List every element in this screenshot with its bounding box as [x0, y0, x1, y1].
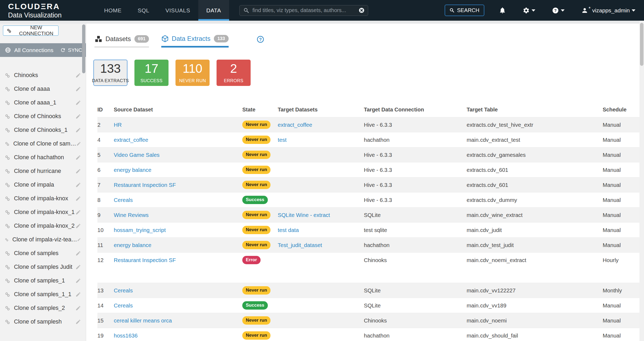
extract-row: 14 Cereals Success SQLite main.cdv_vv189…	[97, 298, 639, 313]
connection-item[interactable]: Clone of impala	[0, 178, 86, 192]
target-dataset-link[interactable]: test data	[278, 227, 299, 233]
source-dataset-link[interactable]: Cereals	[114, 302, 133, 309]
edit-pencil-icon[interactable]	[75, 223, 81, 229]
all-connections-header[interactable]: All Connections SYNC	[0, 43, 86, 57]
source-dataset-link[interactable]: Restaurant Inspection SF	[114, 182, 176, 188]
tab-datasets-label: Datasets	[105, 35, 131, 43]
user-menu[interactable]: * vizapps_admin	[581, 7, 636, 14]
edit-pencil-icon[interactable]	[77, 237, 81, 242]
source-dataset-link[interactable]: hoss1636	[114, 332, 138, 339]
connection-item[interactable]: Clone of samples_1	[0, 274, 86, 288]
help-menu[interactable]	[552, 7, 565, 14]
settings-gear-menu[interactable]	[523, 7, 535, 14]
connection-item[interactable]: Clone of impala-knox_1	[0, 205, 86, 219]
state-badge: Never run	[242, 286, 270, 294]
edit-pencil-icon[interactable]	[75, 264, 81, 270]
connection-item[interactable]: Clone of impala-knox	[0, 192, 86, 205]
source-dataset-link[interactable]: energy balance	[114, 242, 151, 248]
source-dataset-link[interactable]: Wine Reviews	[114, 212, 149, 218]
column-header: Source Dataset	[114, 107, 242, 113]
clear-search-icon[interactable]	[358, 7, 365, 13]
notifications-bell-icon[interactable]	[499, 7, 506, 14]
connection-item[interactable]: Clone of samplesh	[0, 315, 86, 329]
edit-pencil-icon[interactable]	[75, 292, 81, 297]
source-dataset-link[interactable]: energy balance	[114, 167, 151, 173]
source-dataset-link[interactable]: extract_coffee	[114, 137, 148, 143]
schedule: Manual	[603, 317, 639, 324]
link-icon	[5, 237, 9, 242]
new-connection-button[interactable]: NEW CONNECTION	[3, 26, 58, 36]
source-dataset-link[interactable]: Cereals	[114, 197, 133, 203]
page-scrollbar[interactable]	[640, 23, 643, 66]
edit-pencil-icon[interactable]	[75, 182, 81, 188]
nav-item-visuals[interactable]: VISUALS	[158, 0, 198, 21]
edit-pencil-icon[interactable]	[75, 86, 81, 92]
sync-button[interactable]: SYNC	[60, 47, 82, 53]
source-dataset-link[interactable]: Cereals	[114, 287, 133, 293]
source-dataset-link[interactable]: Restaurant Inspection SF	[114, 257, 176, 263]
connection-item[interactable]: Clone of samples_1_1	[0, 288, 86, 301]
stat-value: 17	[145, 62, 158, 75]
edit-pencil-icon[interactable]	[75, 251, 81, 256]
data-extracts-table: IDSource DatasetStateTarget DatasetsTarg…	[97, 102, 639, 341]
edit-pencil-icon[interactable]	[75, 127, 81, 133]
edit-pencil-icon[interactable]	[75, 100, 81, 106]
target-dataset-link[interactable]: Test_judit_dataset	[278, 242, 322, 248]
target-dataset-link[interactable]: extract_coffee	[278, 122, 312, 128]
target-table: extracts.cdv_dummy	[467, 197, 603, 203]
sync-label: SYNC	[68, 47, 82, 53]
target-table: main.cdv_noemi_extract	[467, 257, 603, 263]
source-dataset-link[interactable]: hossam_trying_script	[114, 227, 166, 233]
edit-pencil-icon[interactable]	[75, 319, 81, 325]
edit-pencil-icon[interactable]	[75, 155, 81, 160]
connection-item[interactable]: Chinooks	[0, 68, 86, 82]
search-input[interactable]	[253, 7, 358, 13]
connection-item[interactable]: Clone of hurricane	[0, 164, 86, 178]
connection-item[interactable]: Clone of samples	[0, 246, 86, 260]
source-dataset-link[interactable]: cereal killer means orca	[114, 317, 172, 324]
connection-item[interactable]: Clone of Chinooks_1	[0, 123, 86, 137]
search-button[interactable]: SEARCH	[445, 5, 484, 16]
connection-item[interactable]: Clone of samples_2	[0, 301, 86, 315]
connection-item[interactable]: Clone of impala-viz-tea…	[0, 233, 86, 246]
source-dataset-link[interactable]: Video Game Sales	[114, 152, 160, 158]
tab-data-extracts[interactable]: Data Extracts 133	[161, 35, 228, 48]
nav-item-home[interactable]: HOME	[96, 0, 130, 21]
target-dataset-link[interactable]: test	[278, 137, 287, 143]
link-icon	[5, 114, 10, 119]
sidebar-scrollbar[interactable]	[82, 24, 85, 73]
connection-item[interactable]: Clone of impala-knox_2	[0, 219, 86, 233]
help-circle-icon[interactable]	[257, 35, 264, 48]
edit-pencil-icon[interactable]	[75, 114, 81, 119]
stat-value: 2	[230, 62, 237, 75]
link-icon	[5, 278, 10, 284]
edit-pencil-icon[interactable]	[75, 209, 81, 215]
stat-card-errors[interactable]: 2 ERRORS	[217, 60, 251, 86]
app-logo[interactable]: CLOUDΞRA Data Visualization	[8, 0, 89, 21]
target-data-connection: Hive - 6.3.3	[364, 167, 467, 173]
stat-card-never-run[interactable]: 110 NEVER RUN	[175, 60, 210, 86]
connection-item[interactable]: Clone of samples Judit	[0, 260, 86, 274]
source-dataset-link[interactable]: HR	[114, 122, 122, 128]
edit-pencil-icon[interactable]	[75, 72, 81, 78]
tab-datasets[interactable]: Datasets 691	[94, 35, 149, 48]
nav-item-sql[interactable]: SQL	[130, 0, 158, 21]
target-dataset-link[interactable]: SQLite Wine - extract	[278, 212, 330, 218]
connection-item[interactable]: Clone of hachathon	[0, 151, 86, 164]
connection-item[interactable]: Clone of Chinooks	[0, 110, 86, 123]
connection-item[interactable]: Clone of aaaa	[0, 82, 86, 96]
nav-item-data[interactable]: DATA	[198, 0, 229, 21]
edit-pencil-icon[interactable]	[75, 168, 81, 174]
connection-item[interactable]: Clone of aaaa_1	[0, 96, 86, 110]
target-table: extracts.cdv_test_hive_extr	[467, 122, 603, 128]
edit-pencil-icon[interactable]	[76, 141, 81, 147]
edit-pencil-icon[interactable]	[75, 305, 81, 311]
edit-pencil-icon[interactable]	[75, 196, 81, 201]
table-body: 2 HR Never run extract_coffee Hive - 6.3…	[97, 117, 639, 341]
edit-pencil-icon[interactable]	[75, 278, 81, 284]
global-search-box[interactable]	[239, 5, 368, 16]
connection-name: Clone of Chinooks	[14, 113, 61, 120]
connection-item[interactable]: Clone of Clone of sam…	[0, 137, 86, 151]
stat-card-success[interactable]: 17 SUCCESS	[134, 60, 169, 86]
stat-card-data-extracts[interactable]: 133 DATA EXTRACTS	[93, 60, 127, 86]
